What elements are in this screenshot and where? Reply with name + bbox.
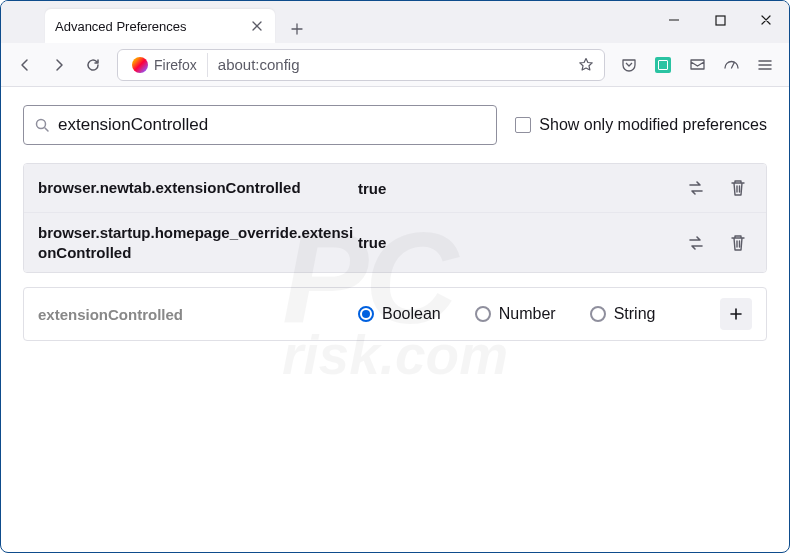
radio-number[interactable]: Number: [475, 305, 556, 323]
show-modified-checkbox-wrap[interactable]: Show only modified preferences: [515, 116, 767, 134]
delete-icon[interactable]: [724, 174, 752, 202]
preferences-table: browser.newtab.extensionControlled true …: [23, 163, 767, 273]
pref-value: true: [358, 234, 682, 251]
svg-rect-0: [716, 16, 725, 25]
search-row: Show only modified preferences: [23, 105, 767, 145]
add-preference-button[interactable]: [720, 298, 752, 330]
identity-box[interactable]: Firefox: [122, 53, 208, 77]
preference-search-input[interactable]: [58, 115, 486, 135]
app-menu-button[interactable]: [749, 49, 781, 81]
back-button[interactable]: [9, 49, 41, 81]
navigation-toolbar: Firefox about:config: [1, 43, 789, 87]
pref-name: browser.startup.homepage_override.extens…: [38, 223, 358, 262]
close-tab-icon[interactable]: [249, 18, 265, 34]
toggle-icon[interactable]: [682, 174, 710, 202]
radio-icon: [358, 306, 374, 322]
pref-actions: [682, 229, 752, 257]
pocket-icon[interactable]: [613, 49, 645, 81]
toggle-icon[interactable]: [682, 229, 710, 257]
type-radio-group: Boolean Number String: [358, 305, 720, 323]
window-controls: [651, 1, 789, 39]
url-bar[interactable]: Firefox about:config: [117, 49, 605, 81]
pref-row[interactable]: browser.newtab.extensionControlled true: [24, 164, 766, 213]
radio-label: Boolean: [382, 305, 441, 323]
pref-name: browser.newtab.extensionControlled: [38, 178, 358, 198]
show-modified-checkbox[interactable]: [515, 117, 531, 133]
pref-value: true: [358, 180, 682, 197]
titlebar: Advanced Preferences: [1, 1, 789, 43]
show-modified-label: Show only modified preferences: [539, 116, 767, 134]
radio-icon: [590, 306, 606, 322]
delete-icon[interactable]: [724, 229, 752, 257]
close-window-button[interactable]: [743, 1, 789, 39]
minimize-button[interactable]: [651, 1, 697, 39]
browser-tab[interactable]: Advanced Preferences: [45, 9, 275, 43]
new-pref-name: extensionControlled: [38, 306, 358, 323]
pref-actions: [682, 174, 752, 202]
tab-title: Advanced Preferences: [55, 19, 249, 34]
pref-row[interactable]: browser.startup.homepage_override.extens…: [24, 213, 766, 272]
preference-search-box[interactable]: [23, 105, 497, 145]
search-icon: [34, 117, 50, 133]
forward-button[interactable]: [43, 49, 75, 81]
svg-point-1: [37, 120, 46, 129]
inbox-icon[interactable]: [681, 49, 713, 81]
radio-boolean[interactable]: Boolean: [358, 305, 441, 323]
firefox-logo-icon: [132, 57, 148, 73]
radio-label: String: [614, 305, 656, 323]
radio-label: Number: [499, 305, 556, 323]
identity-label: Firefox: [154, 57, 197, 73]
reload-button[interactable]: [77, 49, 109, 81]
extension-icon[interactable]: [647, 49, 679, 81]
new-tab-button[interactable]: [283, 15, 311, 43]
tabs-area: Advanced Preferences: [1, 1, 651, 43]
bookmark-star-icon[interactable]: [572, 51, 600, 79]
radio-icon: [475, 306, 491, 322]
new-preference-row: extensionControlled Boolean Number Strin…: [23, 287, 767, 341]
radio-string[interactable]: String: [590, 305, 656, 323]
about-config-content: Show only modified preferences browser.n…: [1, 87, 789, 359]
speed-icon[interactable]: [715, 49, 747, 81]
url-text[interactable]: about:config: [208, 56, 572, 73]
maximize-button[interactable]: [697, 1, 743, 39]
